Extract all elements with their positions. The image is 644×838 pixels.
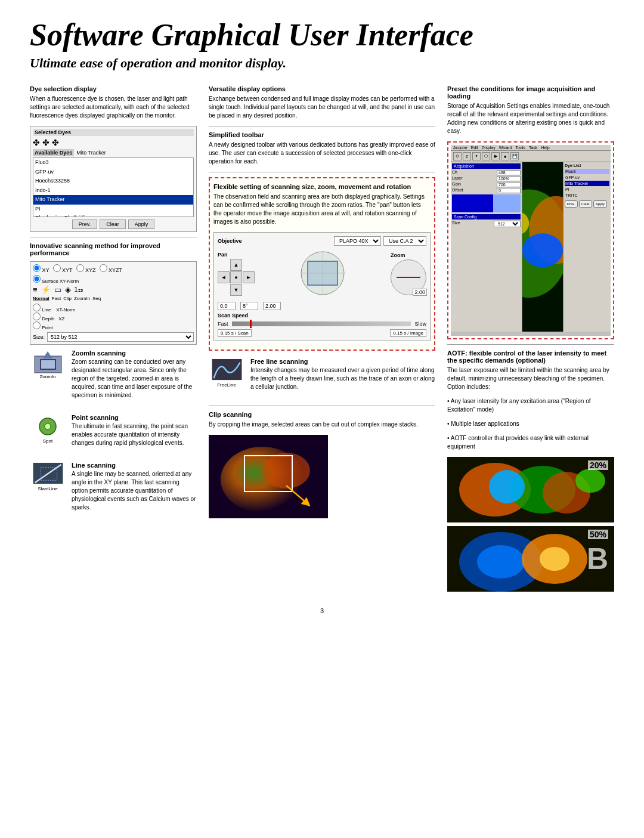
radio-xy[interactable]: XY [33, 264, 49, 273]
dye-item-mito[interactable]: Mito Tracker [33, 195, 193, 205]
radio-surface[interactable]: Surface XY-Norm [33, 279, 79, 284]
coords-row [218, 302, 426, 310]
radio-point[interactable]: Point [33, 321, 194, 330]
preset-title: Preset the conditions for image acquisit… [447, 85, 614, 100]
micro-image-2-container: 50% B [447, 526, 614, 592]
svg-point-33 [540, 547, 569, 571]
menu-task[interactable]: Task [529, 146, 537, 150]
point-label: Spot [43, 438, 52, 444]
dye-item-hoechst[interactable]: Hoechst33258 [33, 177, 193, 186]
menu-edit[interactable]: Edit [471, 146, 478, 150]
scan-size-select[interactable]: 512 by 512 256 by 256 1024 by 1024 [47, 332, 194, 342]
clip-section: Clip scanning By cropping the image, sel… [209, 411, 435, 518]
sw-ch-input[interactable] [497, 170, 521, 175]
tb-btn-5[interactable]: ▶ [491, 152, 500, 160]
tb-btn-stop[interactable]: ■ [501, 152, 509, 160]
scan-method-section: Innovative scanning method for improved … [30, 242, 197, 345]
coord-zoom-input[interactable] [263, 302, 281, 310]
sw-gain-input[interactable] [497, 182, 521, 187]
middle-column: Versatile display options Exchange betwe… [209, 85, 435, 595]
dye-item-indo[interactable]: Indo-1 [33, 186, 193, 196]
radio-xyz[interactable]: XYZ [76, 264, 96, 273]
tb-btn-4[interactable]: ⬡ [482, 152, 490, 160]
dye-apply-button[interactable]: Apply [128, 219, 155, 229]
main-layout: Dye selection display When a fluorescenc… [30, 85, 614, 595]
sw-right-panel: Dye List Fluo3 GFP-uv Mito Tracker PI TR… [563, 162, 611, 332]
freeline-section: FreeLine Free line scanning Intensity ch… [209, 358, 435, 397]
versatile-section: Versatile display options Exchange betwe… [209, 85, 435, 120]
sw-dye-item-1[interactable]: Fluo3 [565, 169, 609, 174]
radio-xyzt[interactable]: XYZT [100, 264, 123, 273]
aotf-bullet1: • Any laser intensity for any excitation… [447, 397, 614, 414]
point-icon [33, 416, 63, 438]
speed-bar: Fast Slow [218, 321, 426, 327]
svg-point-15 [262, 453, 310, 488]
dye-item-pi[interactable]: PI [33, 205, 193, 214]
clip-scan-svg [209, 435, 328, 518]
toolbar-section-text: A newly designed toolbar with various de… [209, 141, 435, 166]
menu-tools[interactable]: Tools [516, 146, 525, 150]
preset-section: Preset the conditions for image acquisit… [447, 85, 614, 135]
sw-offset-input[interactable] [497, 188, 521, 193]
radio-xyt[interactable]: XYT [53, 264, 73, 273]
objective-controls: PLAPO 40X Use C.A 2 [334, 236, 426, 246]
tb-btn-3[interactable]: ✦ [472, 152, 481, 160]
image1-percent: 20% [588, 460, 608, 470]
sw-apply-btn[interactable]: Apply [593, 200, 607, 208]
sw-prev-btn[interactable]: Prev. [565, 200, 578, 208]
radio-line[interactable]: Line XT-Norm [33, 304, 194, 313]
dye-clear-button[interactable]: Clear [100, 219, 126, 229]
sw-dye-item-4[interactable]: PI [565, 187, 609, 192]
dye-item-gfp[interactable]: GFP-uv [33, 168, 193, 177]
dye-section-title: Dye selection display [30, 85, 197, 92]
menu-help[interactable]: Help [541, 146, 549, 150]
radio-depth[interactable]: Depth XZ [33, 313, 194, 321]
page-number: 3 [30, 607, 614, 614]
point-section: Spot Point scanning The ultimate in fast… [30, 414, 197, 453]
speed-slider[interactable] [232, 321, 411, 326]
freeline-thumb: FreeLine [209, 358, 244, 388]
sw-clear-btn[interactable]: Clear [579, 200, 592, 208]
pan-right-button[interactable]: ► [243, 271, 255, 283]
menu-wizard[interactable]: Wizard [499, 146, 512, 150]
sw-dye-item-2[interactable]: GFP-uv [565, 175, 609, 180]
tb-btn-2[interactable]: Z [463, 152, 471, 160]
sw-body: Acquisition Ch Laser Gain [451, 162, 611, 332]
menu-acquire[interactable]: Acquire [453, 146, 467, 150]
speed-indicator [250, 320, 252, 328]
scan-label-fast: Fast [52, 296, 61, 301]
versatile-text: Exchange between condensed and full imag… [209, 95, 435, 120]
big-b-label: B [587, 542, 608, 576]
speed-values-row: 0.15 s / Scan 0.15 s / Image [218, 329, 426, 337]
pan-label: Pan [218, 252, 255, 258]
sw-laser-input[interactable] [497, 176, 521, 181]
menu-display[interactable]: Display [482, 146, 496, 150]
aotf-bullet2: • Multiple laser applications [447, 420, 614, 428]
dye-item-fluo3[interactable]: Fluo3 [33, 158, 193, 168]
pan-down-button[interactable]: ▼ [230, 284, 242, 296]
sw-dye-item-5[interactable]: TRITC [565, 193, 609, 198]
right-column: Preset the conditions for image acquisit… [447, 85, 614, 595]
use-ca-select[interactable]: Use C.A 2 [383, 236, 426, 246]
pan-empty-4 [243, 284, 255, 296]
pan-up-button[interactable]: ▲ [230, 259, 242, 271]
sw-menubar: Acquire Edit Display Wizard Tools Task H… [451, 145, 611, 151]
objective-select[interactable]: PLAPO 40X [334, 236, 381, 246]
zoomin-section: ZoomIn ZoomIn scanning Zoom scanning can… [30, 350, 197, 406]
coord-angle-input[interactable] [240, 302, 258, 310]
sw-size-select[interactable]: 512 [494, 221, 521, 227]
sw-left-panel: Acquisition Ch Laser Gain [451, 162, 522, 332]
pan-center-button[interactable]: ● [230, 271, 242, 283]
dye-item-rhodamine[interactable]: Rhodamine-Phalloidin [33, 214, 193, 217]
pan-left-button[interactable]: ◄ [218, 271, 230, 283]
clip-text: By cropping the image, selected areas ca… [209, 420, 435, 429]
sw-label-ch: Ch [452, 170, 457, 175]
tb-btn-1[interactable]: ⊙ [453, 152, 462, 160]
coord-xy-input[interactable] [218, 302, 236, 310]
scan-label-seq: Seq [92, 296, 101, 301]
tb-btn-save[interactable]: 💾 [510, 152, 519, 160]
dye-prev-button[interactable]: Prev. [72, 219, 97, 229]
scan-size-row: Size: 512 by 512 256 by 256 1024 by 1024 [33, 332, 194, 342]
sw-dye-item-3[interactable]: Mito Tracker [565, 181, 609, 186]
dye-list[interactable]: Fluo3 GFP-uv Hoechst33258 Indo-1 Mito Tr… [33, 157, 194, 217]
